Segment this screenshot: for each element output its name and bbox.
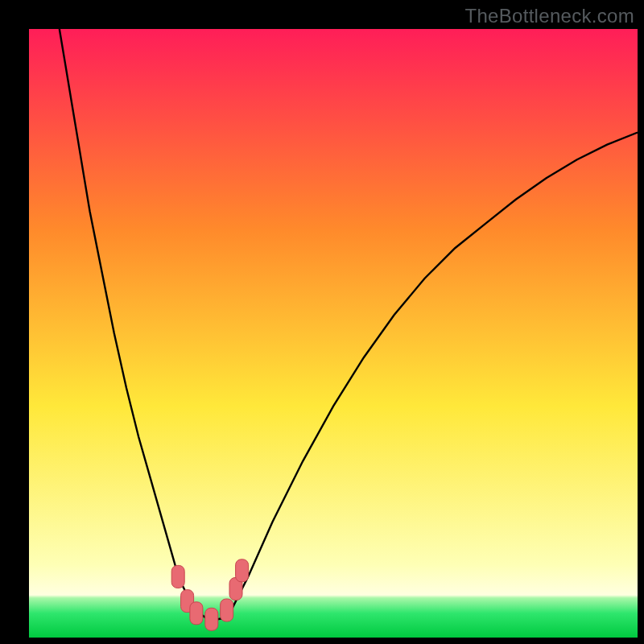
marker-point [236, 559, 249, 582]
watermark-text: TheBottleneck.com [464, 5, 634, 27]
marker-point [221, 599, 233, 621]
marker-point [205, 608, 218, 630]
marker-point [190, 602, 203, 625]
gradient-background [29, 29, 638, 638]
marker-point [171, 565, 184, 588]
chart-frame: TheBottleneck.com [0, 0, 644, 644]
bottleneck-chart [29, 29, 638, 638]
